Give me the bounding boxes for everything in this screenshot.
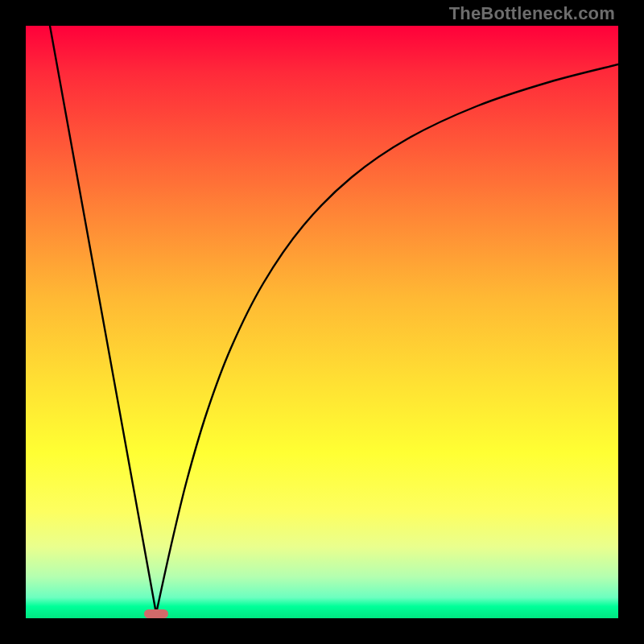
- bottleneck-curve: [50, 26, 618, 613]
- chart-svg: [26, 26, 618, 618]
- watermark-text: TheBottleneck.com: [449, 3, 615, 24]
- optimal-point-marker: [144, 609, 168, 618]
